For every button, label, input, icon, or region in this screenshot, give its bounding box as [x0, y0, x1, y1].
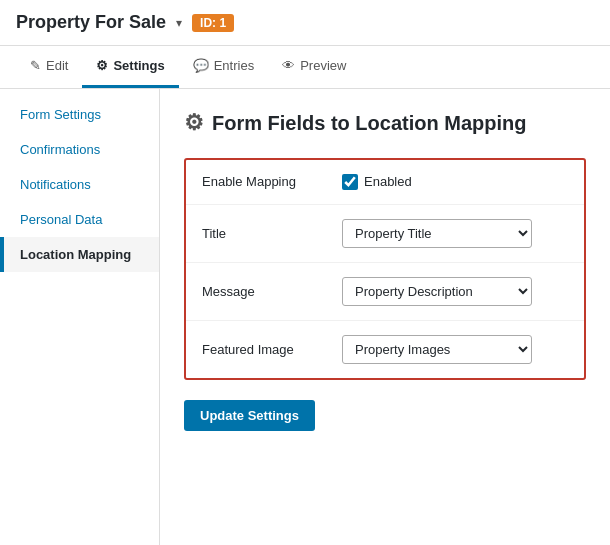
sidebar-item-personal-data[interactable]: Personal Data: [0, 202, 159, 237]
edit-icon: ✎: [30, 58, 41, 73]
preview-icon: 👁: [282, 58, 295, 73]
enable-mapping-checkbox-wrap: Enabled: [342, 174, 412, 190]
enable-mapping-checkbox-label: Enabled: [364, 174, 412, 189]
tab-edit[interactable]: ✎ Edit: [16, 46, 82, 88]
message-value: Property Title Property Description Prop…: [342, 277, 568, 306]
content-gear-icon: ⚙: [184, 109, 204, 138]
sidebar-item-form-settings[interactable]: Form Settings: [0, 97, 159, 132]
message-select[interactable]: Property Title Property Description Prop…: [342, 277, 532, 306]
tab-settings[interactable]: ⚙ Settings: [82, 46, 178, 88]
enable-mapping-label: Enable Mapping: [202, 174, 342, 189]
message-label: Message: [202, 284, 342, 299]
featured-image-select[interactable]: Property Title Property Description Prop…: [342, 335, 532, 364]
title-select[interactable]: Property Title Property Description Prop…: [342, 219, 532, 248]
settings-box: Enable Mapping Enabled Title Property Ti…: [184, 158, 586, 380]
tab-preview[interactable]: 👁 Preview: [268, 46, 360, 88]
title-value: Property Title Property Description Prop…: [342, 219, 568, 248]
entries-icon: 💬: [193, 58, 209, 73]
title-label: Title: [202, 226, 342, 241]
featured-image-row: Featured Image Property Title Property D…: [186, 321, 584, 378]
title-row: Title Property Title Property Descriptio…: [186, 205, 584, 263]
top-header: Property For Sale ▾ ID: 1: [0, 0, 610, 46]
message-row: Message Property Title Property Descript…: [186, 263, 584, 321]
id-badge: ID: 1: [192, 14, 234, 32]
enable-mapping-value: Enabled: [342, 174, 568, 190]
tab-entries[interactable]: 💬 Entries: [179, 46, 268, 88]
sidebar-item-location-mapping[interactable]: Location Mapping: [0, 237, 159, 272]
sidebar-item-confirmations[interactable]: Confirmations: [0, 132, 159, 167]
settings-gear-icon: ⚙: [96, 58, 108, 73]
enable-mapping-checkbox[interactable]: [342, 174, 358, 190]
content-area: ⚙ Form Fields to Location Mapping Enable…: [160, 89, 610, 545]
content-title: ⚙ Form Fields to Location Mapping: [184, 109, 586, 138]
tab-bar: ✎ Edit ⚙ Settings 💬 Entries 👁 Preview: [0, 46, 610, 89]
dropdown-arrow-icon[interactable]: ▾: [176, 16, 182, 30]
featured-image-label: Featured Image: [202, 342, 342, 357]
enable-mapping-row: Enable Mapping Enabled: [186, 160, 584, 205]
sidebar-item-notifications[interactable]: Notifications: [0, 167, 159, 202]
main-layout: Form Settings Confirmations Notification…: [0, 89, 610, 545]
featured-image-value: Property Title Property Description Prop…: [342, 335, 568, 364]
update-settings-button[interactable]: Update Settings: [184, 400, 315, 431]
sidebar: Form Settings Confirmations Notification…: [0, 89, 160, 545]
page-title: Property For Sale: [16, 12, 166, 33]
